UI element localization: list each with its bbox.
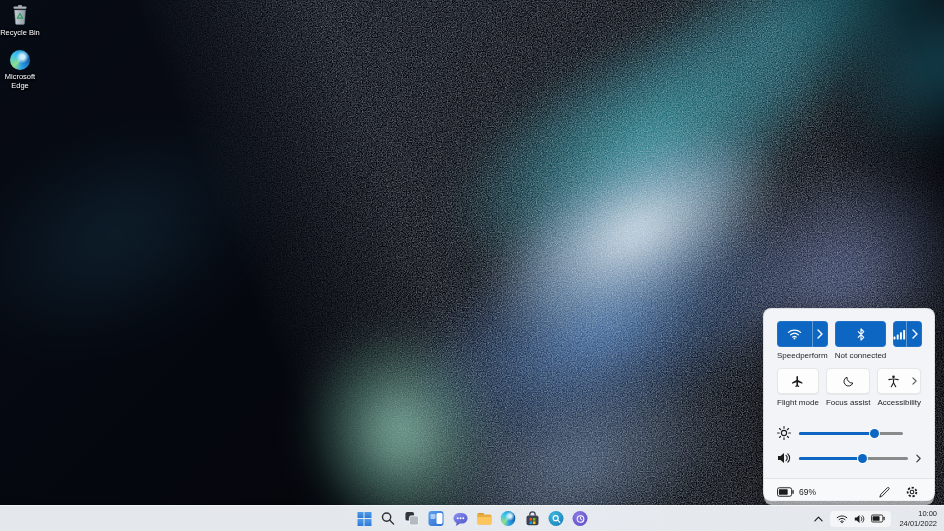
volume-fill [799,457,862,460]
cellular-tile-label [893,351,922,361]
tray-date: 24/01/2022 [899,519,937,528]
brightness-slider-thumb[interactable] [870,429,879,438]
task-view-button[interactable] [401,507,424,530]
store-bag-icon [524,511,540,527]
pencil-icon [878,486,891,499]
wifi-expand-chevron[interactable] [812,321,828,347]
volume-slider-thumb[interactable] [858,454,867,463]
flight-mode-tile[interactable] [777,368,819,394]
folder-icon [476,511,492,526]
volume-slider[interactable] [799,457,908,460]
quick-settings-tiles-row-1: Speedperform Not connected [777,321,921,368]
wifi-tile-label: Speedperform [777,351,828,361]
tray-battery-icon [871,514,885,523]
wifi-tile[interactable] [777,321,828,347]
chevron-right-icon [916,454,921,463]
start-button[interactable] [353,507,376,530]
focus-assist-tile-label: Focus assist [826,398,870,408]
accessibility-person-icon [878,369,908,393]
tray-wifi-icon [836,514,848,524]
windows-logo-icon [357,512,371,526]
chat-bubble-icon [452,511,468,527]
accessibility-tile-label: Accessibility [877,398,921,408]
app-blue-circle-button[interactable] [545,507,568,530]
focus-assist-tile[interactable] [826,368,870,394]
quick-settings-panel: Speedperform Not connected [763,308,935,501]
flight-mode-tile-label: Flight mode [777,398,819,408]
brightness-slider[interactable] [799,432,903,435]
all-settings-button[interactable] [903,483,921,501]
chevron-up-icon [814,516,823,522]
taskbar: 10:00 24/01/2022 [0,505,944,531]
tray-time: 10:00 [899,509,937,518]
quick-settings-footer: 69% [764,478,934,505]
volume-expand-chevron[interactable] [916,454,921,463]
wifi-icon [777,321,812,347]
bluetooth-tile-label: Not connected [835,351,887,361]
search-icon [381,511,396,526]
magnifier-circle-app-icon [549,511,564,526]
bluetooth-tile[interactable] [835,321,887,347]
brightness-row [777,426,921,440]
file-explorer-button[interactable] [473,507,496,530]
volume-speaker-icon [777,452,791,464]
system-tray: 10:00 24/01/2022 [811,506,940,531]
tray-overflow-button[interactable] [811,509,825,529]
gear-icon [905,485,919,499]
network-volume-battery-tray-group[interactable] [830,511,891,527]
battery-status[interactable]: 69% [777,487,816,497]
accessibility-expand-chevron[interactable] [908,369,920,393]
tray-volume-icon [854,514,865,524]
chevron-right-icon [817,329,823,339]
widgets-button[interactable] [425,507,448,530]
taskbar-center-icons [353,506,592,531]
volume-row [777,451,921,465]
widgets-icon [429,511,444,526]
chevron-right-icon [912,329,918,339]
edit-quick-settings-button[interactable] [875,483,893,501]
recycle-bin-icon [10,4,30,26]
cellular-tile[interactable] [893,321,922,347]
airplane-icon [778,369,818,393]
search-button[interactable] [377,507,400,530]
recycle-bin-desktop-icon[interactable]: Recycle Bin [0,4,40,37]
edge-button[interactable] [497,507,520,530]
task-view-icon [405,511,420,526]
app-purple-circle-button[interactable] [569,507,592,530]
battery-icon [777,487,794,497]
brightness-sun-icon [777,426,791,440]
microsoft-edge-desktop-icon[interactable]: Microsoft Edge [0,50,40,90]
chat-button[interactable] [449,507,472,530]
moon-icon [827,369,869,393]
clock[interactable]: 10:00 24/01/2022 [896,508,940,529]
edge-label: Microsoft Edge [0,72,40,90]
chevron-right-icon [912,377,917,385]
cellular-bars-icon [893,321,906,347]
edge-icon [501,511,516,526]
cellular-expand-chevron[interactable] [906,321,922,347]
microsoft-store-button[interactable] [521,507,544,530]
recycle-bin-label: Recycle Bin [0,28,40,37]
quick-settings-tiles-row-2: Flight mode Focus assist [777,368,921,415]
edge-icon [10,50,30,70]
battery-percent-label: 69% [799,487,816,497]
clock-circle-app-icon [573,511,588,526]
bluetooth-icon [835,321,887,347]
accessibility-tile[interactable] [877,368,921,394]
brightness-fill [799,432,875,435]
